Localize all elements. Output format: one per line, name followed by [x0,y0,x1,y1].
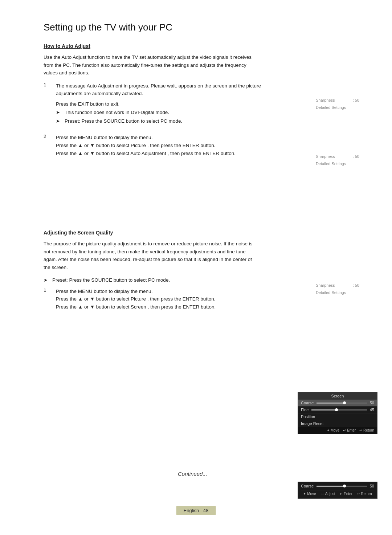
sharpness-panel-3: Sharpness : 50 Detailed Settings [316,283,359,295]
coarse-panel-footer: ✦ Move ↔ Adjust ↵ Enter ↩ Return [301,490,374,497]
page: Setting up the TV with your PC How to Au… [0,0,392,535]
sharpness1-val: : 50 [353,98,359,102]
section2-step1-line2: Press the ▲ or ▼ button to select Pictur… [56,295,216,303]
screen-row-coarse: Coarse 50 [298,400,377,407]
section2-step1-num: 1 [44,287,50,311]
coarse-footer-enter: ↵ Enter [340,492,352,496]
section-auto-adjust: How to Auto Adjust Use the Auto Adjust f… [44,43,363,125]
section2-step1: 1 Press the MENU button to display the m… [44,287,261,311]
sharpness-panel-1: Sharpness : 50 Detailed Settings [316,98,359,110]
fine-thumb [335,408,338,411]
enter-label: Enter [347,428,356,432]
section2-step1-line3: Press the ▲ or ▼ button to select Screen… [56,303,216,311]
note-arrow1: ➤ [56,109,62,116]
coarse-footer-move: ✦ Move [303,492,316,496]
section2-note-text: Preset: Press the SOURCE button to selec… [52,277,170,284]
sharpness2-label: Sharpness [316,154,335,159]
coarse-fill [317,403,344,404]
coarse-panel-slider [317,486,367,487]
section2-note: ➤ Preset: Press the SOURCE button to sel… [44,277,247,284]
section1-intro: Use the Auto Adjust function to have the… [44,53,254,77]
step1-text: The message Auto Adjustment in progress.… [56,83,261,97]
detailed2-label: Detailed Settings [316,162,346,166]
step2-line3: Press the ▲ or ▼ button to select Auto A… [56,150,236,158]
coarse-label: Coarse [301,401,314,405]
fine-label: Fine [301,408,309,412]
coarse-panel-row: Coarse 50 [301,484,374,488]
note1: ➤ This function does not work in DVI-Dig… [56,109,259,116]
step2-num: 2 [44,134,50,157]
note1-text: This function does not work in DVI-Digit… [65,109,169,116]
coarse-track [317,403,367,404]
coarse-footer-return: ↩ Return [357,492,372,496]
screen-menu-title: Screen [298,392,377,400]
section2-step1-content: Press the MENU button to display the men… [56,287,216,311]
step2-item: 2 Press the MENU button to display the m… [44,134,261,157]
detailed3-label: Detailed Settings [316,290,346,295]
sharpness3-val: : 50 [353,283,359,287]
enter-icon: ↵ [343,428,346,432]
coarse-footer-adjust: ↔ Adjust [320,492,335,496]
section2-intro: The purpose of the picture quality adjus… [44,240,254,271]
fine-value: 45 [370,408,374,412]
sharpness-panel-2: Sharpness : 50 Detailed Settings [316,154,359,166]
coarse-panel-track [317,486,367,487]
page-title: Setting up the TV with your PC [44,22,363,33]
continued-text: Continued... [178,471,207,477]
section2-step1-line1: Press the MENU button to display the men… [56,287,216,295]
step2-line2: Press the ▲ or ▼ button to select Pictur… [56,142,236,150]
sharpness1-label: Sharpness [316,98,335,102]
screen-menu-panel: Screen Coarse 50 Fine [298,392,377,434]
note2: ➤ Preset: Press the SOURCE button to sel… [56,118,259,125]
return-label: Return [363,428,374,432]
coarse-value: 50 [370,401,374,405]
note-arrow2: ➤ [56,118,62,125]
sharpness3-label: Sharpness [316,283,335,287]
footer-move: ✦ Move [327,428,339,432]
section-screen-quality: Adjusting the Screen Quality The purpose… [44,230,363,311]
sharpness2-val: : 50 [353,154,359,159]
footer-enter: ↵ Enter [343,428,356,432]
coarse-panel-fill [317,486,344,487]
image-reset-label: Image Reset [301,421,323,426]
coarse-panel: Coarse 50 ✦ Move ↔ Adjust ↵ Enter ↩ Retu… [298,482,377,499]
step2-content: Press the MENU button to display the men… [56,134,236,157]
coarse-thumb [343,401,346,404]
screen-row-position: Position [298,413,377,420]
screen-row-fine: Fine 45 [298,407,377,413]
coarse-slider [317,403,367,404]
section2-note-arrow: ➤ [44,277,49,284]
coarse-panel-value: 50 [370,484,374,488]
return-icon: ↩ [359,428,362,432]
coarse-panel-thumb [343,485,346,487]
move-label: Move [331,428,339,432]
section2-heading: Adjusting the Screen Quality [44,230,113,236]
step1-num: 1 [44,82,50,98]
fine-fill [311,409,336,411]
footer-return: ↩ Return [359,428,374,432]
step2-container: 2 Press the MENU button to display the m… [44,134,363,157]
footer-bar: English - 48 [176,506,216,515]
coarse-panel-label: Coarse [301,484,314,488]
move-icon: ✦ [327,428,330,432]
screen-menu-footer: ✦ Move ↵ Enter ↩ Return [298,427,377,434]
detailed1-label: Detailed Settings [316,105,346,110]
screen-row-image-reset: Image Reset [298,420,377,427]
coarse-bottom-panel: Coarse 50 ✦ Move ↔ Adjust ↵ Enter ↩ Retu… [298,482,377,499]
step2-line1: Press the MENU button to display the men… [56,134,236,142]
section1-heading: How to Auto Adjust [44,43,90,49]
fine-track [311,409,367,411]
fine-slider [311,409,367,411]
screen-menu: Screen Coarse 50 Fine [298,392,377,434]
step1-item: 1 The message Auto Adjustment in progres… [44,82,261,98]
position-label: Position [301,414,315,419]
note2-text: Preset: Press the SOURCE button to selec… [65,118,182,125]
